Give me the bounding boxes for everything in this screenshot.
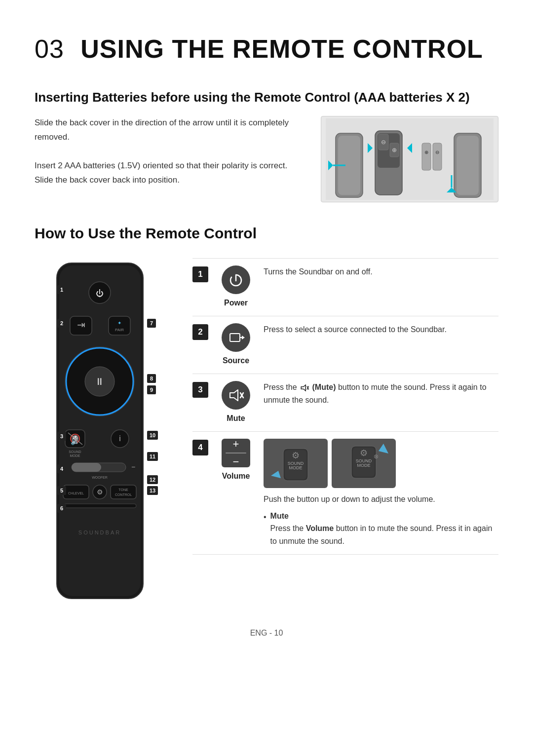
volume-label: Volume xyxy=(222,470,250,482)
svg-text:⚙: ⚙ xyxy=(292,451,300,460)
svg-text:⊕: ⊕ xyxy=(424,150,428,155)
how-to-heading: How to Use the Remote Control xyxy=(35,222,498,244)
source-label: Source xyxy=(223,355,249,367)
volume-description: SOUND MODE ⚙ xyxy=(264,439,498,547)
svg-text:3: 3 xyxy=(60,433,63,439)
svg-rect-57 xyxy=(63,504,136,508)
volume-images: SOUND MODE ⚙ xyxy=(264,439,498,488)
svg-text:SOUND: SOUND xyxy=(69,450,81,454)
battery-text-2: Insert 2 AAA batteries (1.5V) oriented s… xyxy=(35,159,306,188)
control-num-2: 2 xyxy=(192,324,208,340)
svg-text:⇥: ⇥ xyxy=(77,319,85,330)
svg-marker-90 xyxy=(230,390,238,401)
svg-text:⚙: ⚙ xyxy=(97,488,103,496)
how-to-content: ⏻ ⇥ ✦ PAIR ⏸ 🔇 ⊘ ⊗ 🔈 xyxy=(35,258,498,607)
mute-description: Press the (Mute) button to mute the soun… xyxy=(264,381,498,406)
svg-rect-13 xyxy=(422,143,431,170)
svg-text:11: 11 xyxy=(150,454,155,459)
source-button-icon xyxy=(222,323,250,352)
svg-text:MODE: MODE xyxy=(289,465,303,470)
svg-text:5: 5 xyxy=(60,488,63,493)
page-footer: ENG - 10 xyxy=(35,627,498,639)
control-num-1: 1 xyxy=(192,266,208,282)
control-num-3: 3 xyxy=(192,382,208,398)
control-row-volume: 4 + − Volume xyxy=(192,431,498,555)
svg-text:6: 6 xyxy=(60,505,63,511)
svg-text:8: 8 xyxy=(150,376,153,381)
svg-text:WOOFER: WOOFER xyxy=(92,476,108,479)
how-to-section: How to Use the Remote Control ⏻ ⇥ ✦ PAIR xyxy=(35,222,498,607)
svg-rect-14 xyxy=(433,143,442,170)
svg-marker-93 xyxy=(301,385,305,391)
svg-text:CONTROL: CONTROL xyxy=(115,493,132,496)
volume-desc-text: Push the button up or down to adjust the… xyxy=(264,495,435,503)
battery-content: Slide the back cover in the direction of… xyxy=(35,116,498,202)
battery-section: Inserting Batteries before using the Rem… xyxy=(35,88,498,202)
svg-text:✦: ✦ xyxy=(117,320,121,326)
control-num-4: 4 xyxy=(192,440,208,455)
remote-diagram: ⏻ ⇥ ✦ PAIR ⏸ 🔇 ⊘ ⊗ 🔈 xyxy=(35,258,178,607)
svg-rect-27 xyxy=(109,316,130,335)
mute-bullet-title: Mute xyxy=(270,512,289,520)
mute-label: Mute xyxy=(227,413,245,424)
power-button-icon xyxy=(222,265,250,294)
svg-text:CHLEVEL: CHLEVEL xyxy=(68,491,84,495)
battery-text-block: Slide the back cover in the direction of… xyxy=(35,116,306,187)
control-row-power: 1 Power Turns the Soundbar on and off. xyxy=(192,258,498,316)
svg-marker-89 xyxy=(242,336,245,340)
svg-text:PAIR: PAIR xyxy=(115,328,124,332)
svg-text:10: 10 xyxy=(150,432,155,438)
battery-text-1: Slide the back cover in the direction of… xyxy=(35,116,306,145)
svg-text:12: 12 xyxy=(150,477,155,483)
volume-bullet-content: Mute Press the Volume button in to mute … xyxy=(270,510,498,548)
control-row-mute: 3 Mute Press the (Mute) button to mute t… xyxy=(192,374,498,431)
svg-rect-87 xyxy=(230,334,240,341)
control-icon-col-source: Source xyxy=(216,323,256,367)
svg-text:⏻: ⏻ xyxy=(96,289,104,298)
svg-text:1: 1 xyxy=(60,287,63,293)
control-icon-col-mute: Mute xyxy=(216,381,256,424)
svg-text:MODE: MODE xyxy=(357,463,371,468)
svg-text:╳: ╳ xyxy=(73,436,77,444)
battery-heading: Inserting Batteries before using the Rem… xyxy=(35,88,498,107)
volume-img-left: SOUND MODE ⚙ xyxy=(264,439,328,488)
svg-rect-18 xyxy=(457,136,479,195)
svg-text:9: 9 xyxy=(150,387,153,393)
control-row-source: 2 Source Press to select a source connec… xyxy=(192,316,498,374)
svg-text:7: 7 xyxy=(150,320,153,326)
footer-text: ENG - 10 xyxy=(250,629,283,637)
volume-img-right: SOUND MODE ⚙ ⊗ xyxy=(332,439,396,488)
bullet-dot: • xyxy=(264,511,266,548)
control-icon-col-volume: + − Volume xyxy=(216,439,256,482)
svg-text:MODE: MODE xyxy=(70,454,80,457)
chapter-title: USING THE REMOTE CONTROL xyxy=(80,35,483,63)
chapter-number: 03 xyxy=(35,35,64,63)
svg-text:TONE: TONE xyxy=(118,488,128,491)
svg-text:13: 13 xyxy=(150,488,155,493)
svg-text:2: 2 xyxy=(60,320,63,326)
control-icon-col-power: Power xyxy=(216,265,256,309)
power-label: Power xyxy=(224,297,248,309)
control-table: 1 Power Turns the Soundbar on and off. 2 xyxy=(192,258,498,555)
svg-text:⊕: ⊕ xyxy=(392,147,397,153)
svg-text:⊖: ⊖ xyxy=(381,139,386,146)
mute-button-icon xyxy=(222,381,250,410)
svg-text:−: − xyxy=(131,463,135,471)
page-title: 03 USING THE REMOTE CONTROL xyxy=(35,30,498,68)
svg-text:i: i xyxy=(119,434,121,443)
battery-illustration: ⊖ ⊕ ⊕ ⊖ xyxy=(321,116,498,202)
volume-bullet: • Mute Press the Volume button in to mut… xyxy=(264,510,498,548)
volume-button-icon: + − xyxy=(222,439,250,467)
svg-text:⏸: ⏸ xyxy=(95,376,105,387)
svg-text:4: 4 xyxy=(60,466,64,472)
source-description: Press to select a source connected to th… xyxy=(264,323,498,336)
svg-rect-46 xyxy=(72,463,101,472)
svg-rect-54 xyxy=(111,485,136,499)
svg-text:⊗: ⊗ xyxy=(374,453,379,460)
svg-text:⊖: ⊖ xyxy=(435,150,439,155)
svg-text:⚙: ⚙ xyxy=(360,448,368,458)
svg-text:SOUNDBAR: SOUNDBAR xyxy=(78,529,121,535)
power-description: Turns the Soundbar on and off. xyxy=(264,265,498,278)
